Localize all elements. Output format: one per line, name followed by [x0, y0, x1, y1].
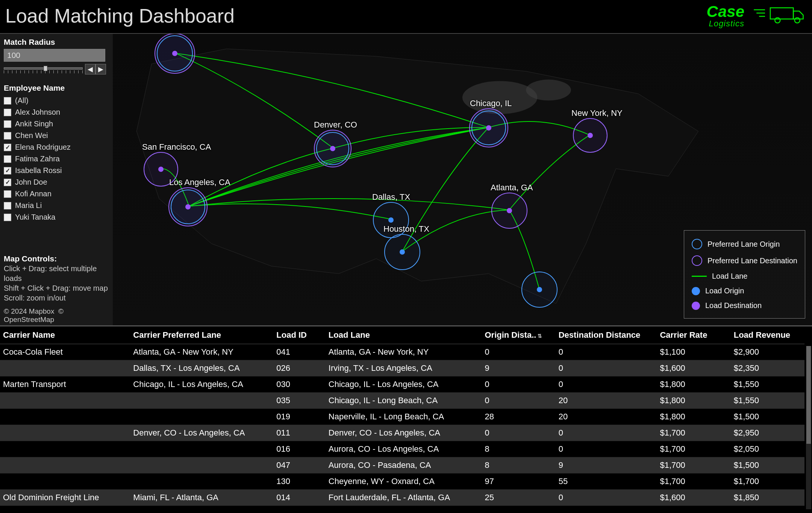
table-cell: Chicago, IL - Long Beach, CA [326, 393, 482, 409]
city-marker[interactable] [330, 146, 335, 151]
legend-swatch [692, 302, 700, 310]
table-row[interactable]: Dallas, TX - Los Angeles, CA026Irving, T… [0, 360, 804, 376]
slider-next-button[interactable]: ▶ [95, 64, 106, 74]
column-header[interactable]: Carrier Preferred Lane [130, 326, 273, 344]
column-header[interactable]: Carrier Rate [657, 326, 730, 344]
table-row[interactable]: Denver, CO - Los Angeles, CA011Denver, C… [0, 425, 804, 441]
truck-icon [752, 4, 804, 28]
table-cell [130, 393, 273, 409]
employee-name: Fatima Zahra [15, 155, 60, 163]
table-cell: $1,700 [657, 457, 730, 474]
table-cell: Cheyenne, WY - Oxnard, CA [326, 474, 482, 490]
legend-label: Load Lane [712, 272, 748, 281]
legend-item: Preferred Lane Origin [692, 236, 797, 252]
table-cell: 55 [556, 474, 657, 490]
svg-point-1 [775, 18, 780, 23]
load-lane-line [189, 127, 489, 206]
table-cell: 041 [273, 344, 326, 360]
checkbox[interactable] [4, 144, 11, 151]
legend-label: Load Origin [705, 287, 744, 295]
city-marker[interactable] [172, 51, 177, 56]
column-header[interactable]: Load Revenue [731, 326, 804, 344]
load-lane-line [403, 210, 509, 251]
employee-name: Maria Li [15, 201, 42, 210]
checkbox[interactable] [4, 155, 11, 163]
table-scrollbar[interactable] [806, 346, 811, 509]
employee-name: Kofi Annan [15, 190, 52, 198]
table-row[interactable]: 016Aurora, CO - Los Angeles, CA80$1,700$… [0, 441, 804, 457]
table-cell: $1,600 [657, 490, 730, 506]
checkbox[interactable] [4, 109, 11, 116]
table-cell: Atlanta, GA - New York, NY [326, 344, 482, 360]
table-cell: 0 [556, 441, 657, 457]
table-row[interactable]: 047Aurora, CO - Pasadena, CA89$1,700$1,5… [0, 457, 804, 474]
city-marker[interactable] [400, 249, 405, 255]
map[interactable]: Preferred Lane OriginPreferred Lane Dest… [113, 34, 812, 325]
table-row[interactable]: Marten TransportChicago, IL - Los Angele… [0, 376, 804, 393]
load-lane-line [189, 127, 489, 206]
column-header[interactable]: Origin Dista..⇅ [482, 326, 555, 344]
employee-filter-item[interactable]: Yuki Tanaka [4, 211, 109, 223]
employee-filter-item[interactable]: Chen Wei [4, 130, 109, 141]
load-lane-line [189, 148, 333, 206]
employee-filter-item[interactable]: Isabella Rossi [4, 165, 109, 176]
load-table[interactable]: Carrier NameCarrier Preferred LaneLoad I… [0, 326, 804, 506]
employee-filter-item[interactable]: Ankit Singh [4, 118, 109, 130]
table-cell: 0 [556, 344, 657, 360]
column-header[interactable]: Load ID [273, 326, 326, 344]
checkbox[interactable] [4, 132, 11, 140]
column-header[interactable]: Carrier Name [0, 326, 130, 344]
load-lane-line [403, 127, 489, 251]
load-lane-line [189, 127, 489, 206]
employee-filter-item[interactable]: Fatima Zahra [4, 153, 109, 165]
checkbox[interactable] [4, 179, 11, 186]
employee-filter-item[interactable]: Maria Li [4, 200, 109, 211]
table-cell: $2,950 [731, 425, 804, 441]
match-radius-slider[interactable] [4, 65, 83, 73]
employee-filter-item[interactable]: John Doe [4, 176, 109, 188]
table-cell [130, 457, 273, 474]
table-cell: $1,700 [657, 441, 730, 457]
table-row[interactable]: 019Naperville, IL - Long Beach, CA2820$1… [0, 409, 804, 425]
city-marker[interactable] [507, 208, 512, 213]
slider-prev-button[interactable]: ◀ [85, 64, 95, 74]
employee-name: Yuki Tanaka [15, 213, 56, 222]
city-marker[interactable] [486, 125, 491, 131]
table-cell: Old Dominion Freight Line [0, 490, 130, 506]
load-lane-line [489, 121, 590, 135]
employee-filter-item[interactable]: Alex Johnson [4, 106, 109, 118]
checkbox[interactable] [4, 202, 11, 209]
table-row[interactable]: Coca-Cola FleetAtlanta, GA - New York, N… [0, 344, 804, 360]
table-cell: 014 [273, 490, 326, 506]
map-controls-info: Map Controls: Click + Drag: select multi… [4, 253, 109, 306]
employee-filter-item[interactable]: (All) [4, 95, 109, 106]
employee-name: Alex Johnson [15, 108, 60, 117]
legend-item: Load Lane [692, 269, 797, 284]
employee-filter-item[interactable]: Kofi Annan [4, 188, 109, 200]
checkbox[interactable] [4, 190, 11, 198]
table-cell [0, 360, 130, 376]
employee-filter-item[interactable]: Elena Rodriguez [4, 141, 109, 153]
table-cell: Denver, CO - Los Angeles, CA [130, 425, 273, 441]
table-row[interactable]: 130Cheyenne, WY - Oxnard, CA9755$1,700$1… [0, 474, 804, 490]
table-row[interactable]: Old Dominion Freight LineMiami, FL - Atl… [0, 490, 804, 506]
match-radius-input[interactable] [4, 49, 105, 62]
column-header[interactable]: Destination Distance [556, 326, 657, 344]
table-cell: $2,350 [731, 360, 804, 376]
city-marker[interactable] [537, 287, 542, 292]
table-cell [0, 474, 130, 490]
main-area: Match Radius ◀ ▶ Employee Name (All)Alex… [0, 34, 812, 326]
city-marker[interactable] [158, 167, 164, 172]
city-marker[interactable] [185, 204, 191, 209]
table-row[interactable]: 035Chicago, IL - Long Beach, CA020$1,800… [0, 393, 804, 409]
city-marker[interactable] [388, 217, 394, 223]
city-marker[interactable] [588, 133, 593, 138]
load-lane-line [189, 199, 509, 210]
table-cell: $1,800 [657, 409, 730, 425]
column-header[interactable]: Load Lane [326, 326, 482, 344]
checkbox[interactable] [4, 97, 11, 105]
checkbox[interactable] [4, 214, 11, 221]
checkbox[interactable] [4, 120, 11, 128]
checkbox[interactable] [4, 167, 11, 175]
table-cell: Aurora, CO - Pasadena, CA [326, 457, 482, 474]
